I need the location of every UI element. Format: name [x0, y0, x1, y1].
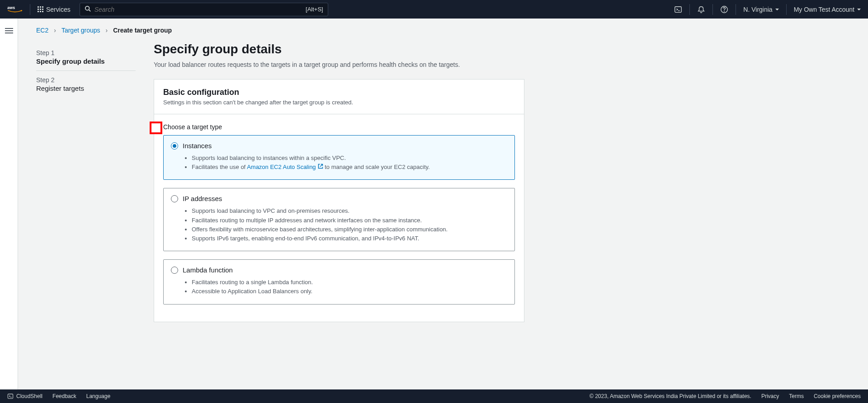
divider [689, 4, 690, 15]
bullet-text: Facilitates the use of [192, 164, 247, 170]
auto-scaling-link[interactable]: Amazon EC2 Auto Scaling [247, 164, 323, 170]
choice-header: Lambda function [171, 266, 507, 274]
radio-lambda[interactable] [171, 267, 178, 274]
breadcrumb-current: Create target group [113, 27, 172, 34]
step-1[interactable]: Step 1 Specify group details [36, 44, 136, 70]
svg-point-6 [724, 11, 725, 11]
bullet: Offers flexibility with microservice bas… [192, 225, 507, 234]
target-type-instances[interactable]: Instances Supports load balancing to ins… [163, 135, 515, 180]
choice-title: Instances [183, 142, 212, 150]
target-type-ip-addresses[interactable]: IP addresses Supports load balancing to … [163, 188, 515, 251]
services-menu-button[interactable]: Services [38, 6, 71, 13]
caret-down-icon [857, 9, 861, 10]
step-number: Step 1 [36, 49, 136, 56]
bullet: Supports IPv6 targets, enabling end-to-e… [192, 234, 507, 243]
bullet: Supports load balancing to instances wit… [192, 154, 507, 162]
page-title: Specify group details [154, 42, 524, 56]
choice-title: Lambda function [183, 266, 233, 274]
external-link-icon [318, 163, 323, 171]
svg-line-7 [320, 164, 322, 167]
page-subtitle: Your load balancer routes requests to th… [154, 61, 524, 68]
svg-line-2 [89, 10, 90, 12]
cloudshell-top-icon[interactable] [674, 5, 682, 14]
region-label: N. Virginia [743, 6, 772, 13]
aws-logo[interactable]: aws [7, 5, 23, 14]
divider [786, 4, 787, 15]
radio-instances[interactable] [171, 142, 178, 150]
step-title: Register targets [36, 84, 136, 92]
main-wrap: EC2 › Target groups › Create target grou… [0, 19, 868, 389]
link-text: Amazon EC2 Auto Scaling [247, 164, 316, 170]
region-selector[interactable]: N. Virginia [743, 6, 778, 13]
chevron-right-icon: › [106, 27, 108, 34]
divider [30, 4, 30, 15]
panel-header: Basic configuration Settings in this sec… [154, 80, 524, 114]
divider [712, 4, 713, 15]
choice-bullets: Facilitates routing to a single Lambda f… [192, 278, 507, 295]
svg-point-1 [85, 6, 89, 10]
main-column: Specify group details Your load balancer… [154, 42, 524, 322]
page-body: Step 1 Specify group details Step 2 Regi… [18, 42, 868, 340]
bullet: Facilitates routing to multiple IP addre… [192, 216, 507, 225]
breadcrumb: EC2 › Target groups › Create target grou… [18, 19, 868, 42]
breadcrumb-ec2[interactable]: EC2 [36, 27, 48, 34]
services-grid-icon [38, 6, 43, 12]
annotation-marker [150, 122, 162, 134]
breadcrumb-target-groups[interactable]: Target groups [61, 27, 100, 34]
choice-bullets: Supports load balancing to VPC and on-pr… [192, 207, 507, 243]
step-title: Specify group details [36, 57, 136, 65]
panel-title: Basic configuration [163, 88, 515, 97]
steps-nav: Step 1 Specify group details Step 2 Regi… [36, 42, 136, 322]
svg-text:aws: aws [7, 5, 15, 9]
left-rail [0, 19, 18, 389]
choice-header: Instances [171, 142, 507, 150]
services-label: Services [46, 6, 71, 13]
choice-bullets: Supports load balancing to instances wit… [192, 154, 507, 171]
content-area: EC2 › Target groups › Create target grou… [18, 19, 868, 389]
global-search[interactable]: [Alt+S] [80, 3, 328, 16]
notifications-icon[interactable] [697, 5, 705, 14]
bullet-text: to manage and scale your EC2 capacity. [323, 164, 430, 170]
help-icon[interactable] [720, 5, 728, 14]
topbar-right: N. Virginia My Own Test Account [674, 4, 861, 15]
account-selector[interactable]: My Own Test Account [794, 6, 861, 13]
target-type-label: Choose a target type [163, 123, 515, 131]
step-number: Step 2 [36, 76, 136, 84]
bullet: Facilitates the use of Amazon EC2 Auto S… [192, 163, 507, 171]
choice-title: IP addresses [183, 195, 222, 202]
target-type-lambda[interactable]: Lambda function Facilitates routing to a… [163, 259, 515, 304]
search-input[interactable] [91, 6, 306, 13]
bullet: Accessible to Application Load Balancers… [192, 287, 507, 295]
search-shortcut-hint: [Alt+S] [306, 6, 323, 13]
radio-ip[interactable] [171, 195, 178, 202]
panel-body: Choose a target type Instances Supports … [154, 114, 524, 322]
divider [736, 4, 736, 15]
caret-down-icon [775, 9, 779, 10]
panel-help-text: Settings in this section can't be change… [163, 99, 515, 106]
step-2[interactable]: Step 2 Register targets [36, 70, 136, 98]
bullet: Supports load balancing to VPC and on-pr… [192, 207, 507, 215]
search-icon [85, 5, 91, 13]
sidebar-toggle-button[interactable] [5, 27, 13, 35]
top-navbar: aws Services [Alt+S] N. Virginia My Own [0, 0, 868, 19]
account-label: My Own Test Account [794, 6, 854, 13]
basic-configuration-panel: Basic configuration Settings in this sec… [154, 79, 524, 322]
chevron-right-icon: › [54, 27, 56, 34]
choice-header: IP addresses [171, 195, 507, 202]
bullet: Facilitates routing to a single Lambda f… [192, 278, 507, 286]
